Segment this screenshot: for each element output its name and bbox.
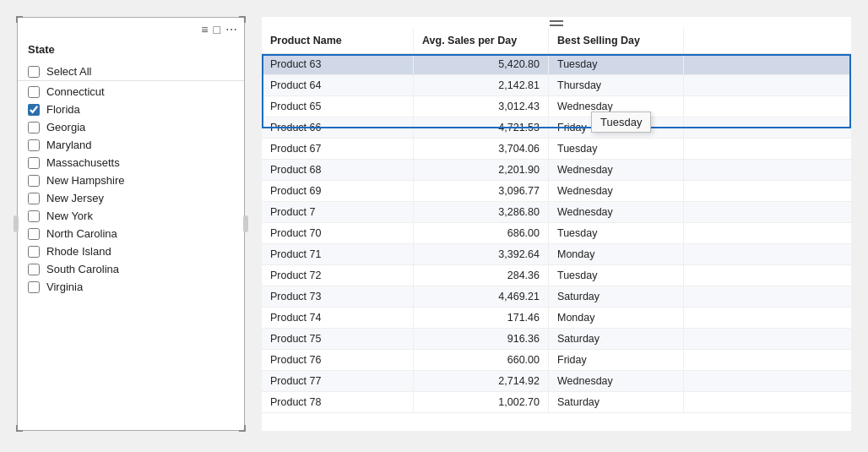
filter-checkbox[interactable] bbox=[28, 139, 40, 151]
table-row[interactable]: Product 682,201.90Wednesday bbox=[262, 160, 851, 181]
best-selling-day-cell: Wednesday bbox=[549, 371, 684, 391]
filter-item[interactable]: South Carolina bbox=[18, 260, 244, 278]
filter-label[interactable]: Massachusetts bbox=[46, 156, 120, 169]
hamburger-icon[interactable]: ≡ bbox=[201, 23, 208, 36]
avg-sales-cell: 686.00 bbox=[414, 223, 549, 243]
filter-checkbox[interactable] bbox=[28, 228, 40, 240]
resize-handle-left[interactable] bbox=[14, 215, 19, 232]
avg-sales-cell: 1,002.70 bbox=[414, 392, 549, 412]
product-name-cell: Product 77 bbox=[262, 371, 414, 391]
avg-sales-cell: 284.36 bbox=[414, 265, 549, 286]
product-name-cell: Product 66 bbox=[262, 117, 414, 138]
best-selling-day-cell: Saturday bbox=[549, 329, 684, 349]
filter-item[interactable]: Massachusetts bbox=[18, 154, 244, 172]
table-row[interactable]: Product 70686.00Tuesday bbox=[262, 223, 851, 244]
filter-item[interactable]: New York bbox=[18, 207, 244, 225]
top-drag-handle[interactable] bbox=[262, 17, 851, 28]
filter-item[interactable]: Maryland bbox=[18, 136, 244, 154]
product-name-cell: Product 72 bbox=[262, 265, 414, 286]
filter-item[interactable]: Florida bbox=[18, 101, 244, 118]
filter-label[interactable]: North Carolina bbox=[46, 227, 117, 240]
table-row[interactable]: Product 734,469.21Saturday bbox=[262, 286, 851, 308]
table-row[interactable]: Product 664,721.53Friday bbox=[262, 117, 851, 139]
table-row[interactable]: Product 653,012.43Wednesday bbox=[262, 96, 851, 117]
table-header: Product NameAvg. Sales per DayBest Selli… bbox=[262, 28, 851, 54]
best-selling-day-cell: Wednesday bbox=[549, 160, 684, 180]
product-name-cell: Product 63 bbox=[262, 54, 414, 74]
filter-checkbox[interactable] bbox=[28, 246, 40, 258]
best-selling-day-cell: Tuesday bbox=[549, 223, 684, 243]
filter-checkbox[interactable] bbox=[28, 281, 40, 293]
filter-checkbox[interactable] bbox=[28, 157, 40, 169]
product-name-cell: Product 74 bbox=[262, 308, 414, 328]
resize-handle-right[interactable] bbox=[243, 215, 248, 232]
best-selling-day-cell: Thursday bbox=[549, 75, 684, 95]
filter-checkbox[interactable] bbox=[28, 86, 40, 98]
filter-label[interactable]: South Carolina bbox=[46, 263, 119, 275]
table-row[interactable]: Product 76660.00Friday bbox=[262, 350, 851, 371]
best-selling-day-cell: Friday bbox=[549, 350, 684, 370]
expand-icon[interactable]: □ bbox=[214, 23, 220, 36]
tooltip: Tuesday bbox=[591, 112, 651, 133]
filter-label[interactable]: Virginia bbox=[46, 280, 83, 293]
table-row[interactable]: Product 74171.46Monday bbox=[262, 308, 851, 329]
product-name-cell: Product 70 bbox=[262, 223, 414, 243]
filter-item[interactable]: New Hampshire bbox=[18, 172, 244, 189]
filter-label[interactable]: New Jersey bbox=[46, 192, 104, 204]
table-row[interactable]: Product 72284.36Tuesday bbox=[262, 265, 851, 286]
best-selling-day-cell: Saturday bbox=[549, 392, 684, 412]
avg-sales-cell: 2,714.92 bbox=[414, 371, 549, 391]
product-name-cell: Product 68 bbox=[262, 160, 414, 180]
filter-label[interactable]: New Hampshire bbox=[46, 174, 124, 187]
product-name-cell: Product 69 bbox=[262, 181, 414, 201]
filter-checkbox[interactable] bbox=[28, 104, 40, 116]
table-row[interactable]: Product 713,392.64Monday bbox=[262, 244, 851, 265]
best-selling-day-cell: Wednesday bbox=[549, 202, 684, 222]
table-row[interactable]: Product 642,142.81Thursday bbox=[262, 75, 851, 96]
table-row[interactable]: Product 781,002.70Saturday bbox=[262, 392, 851, 413]
filter-item[interactable]: North Carolina bbox=[18, 225, 244, 242]
product-name-cell: Product 71 bbox=[262, 244, 414, 264]
filter-item[interactable]: Georgia bbox=[18, 118, 244, 136]
filter-checkbox[interactable] bbox=[28, 122, 40, 133]
product-name-cell: Product 76 bbox=[262, 350, 414, 370]
table-body[interactable]: Product 635,420.80TuesdayProduct 642,142… bbox=[262, 54, 851, 431]
best-selling-day-cell: Tuesday bbox=[549, 265, 684, 286]
product-name-cell: Product 7 bbox=[262, 202, 414, 222]
filter-label[interactable]: Georgia bbox=[46, 121, 85, 133]
table-header-cell[interactable]: Best Selling Day bbox=[549, 28, 684, 53]
product-name-cell: Product 75 bbox=[262, 329, 414, 349]
filter-label[interactable]: New York bbox=[46, 210, 93, 222]
table-row[interactable]: Product 635,420.80Tuesday bbox=[262, 54, 851, 75]
filter-label[interactable]: Maryland bbox=[46, 139, 91, 151]
filter-label[interactable]: Connecticut bbox=[46, 85, 105, 98]
table-header-cell[interactable]: Product Name bbox=[262, 28, 414, 53]
filter-item[interactable]: Connecticut bbox=[18, 83, 244, 101]
filter-item[interactable]: Virginia bbox=[18, 278, 244, 296]
filter-panel-header: ≡ □ ⋯ bbox=[18, 18, 244, 40]
filter-checkbox[interactable] bbox=[28, 193, 40, 204]
table-row[interactable]: Product 73,286.80Wednesday bbox=[262, 202, 851, 223]
filter-title: State bbox=[18, 40, 244, 59]
filter-label[interactable]: Rhode Island bbox=[46, 245, 111, 258]
select-all-item[interactable]: Select All bbox=[18, 63, 244, 81]
select-all-checkbox[interactable] bbox=[28, 66, 40, 78]
filter-label[interactable]: Florida bbox=[46, 103, 80, 116]
table-header-cell[interactable]: Avg. Sales per Day bbox=[414, 28, 549, 53]
avg-sales-cell: 3,286.80 bbox=[414, 202, 549, 222]
table-row[interactable]: Product 673,704.06Tuesday bbox=[262, 139, 851, 160]
filter-item[interactable]: New Jersey bbox=[18, 189, 244, 207]
more-options-icon[interactable]: ⋯ bbox=[225, 23, 237, 36]
best-selling-day-cell: Wednesday bbox=[549, 181, 684, 201]
select-all-label[interactable]: Select All bbox=[46, 65, 91, 78]
filter-panel: ≡ □ ⋯ State Select All ConnecticutFlorid… bbox=[17, 17, 245, 431]
avg-sales-cell: 3,096.77 bbox=[414, 181, 549, 201]
table-row[interactable]: Product 693,096.77Wednesday bbox=[262, 181, 851, 202]
table-panel: Product NameAvg. Sales per DayBest Selli… bbox=[262, 17, 851, 431]
table-row[interactable]: Product 772,714.92Wednesday bbox=[262, 371, 851, 392]
table-row[interactable]: Product 75916.36Saturday bbox=[262, 329, 851, 350]
filter-item[interactable]: Rhode Island bbox=[18, 242, 244, 260]
filter-checkbox[interactable] bbox=[28, 175, 40, 187]
filter-checkbox[interactable] bbox=[28, 210, 40, 222]
filter-checkbox[interactable] bbox=[28, 264, 40, 275]
